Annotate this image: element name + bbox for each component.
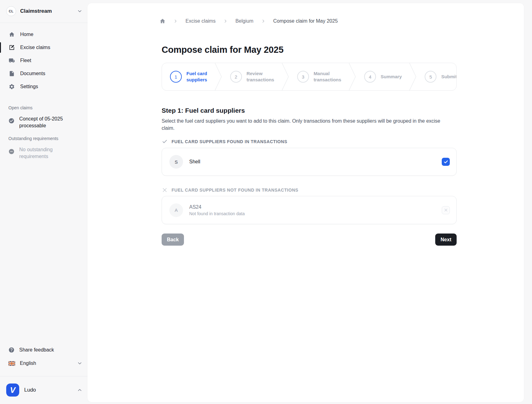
step-number: 5 [425,71,436,83]
uk-flag-icon [8,361,15,366]
supplier-row-as24: A AS24 Not found in transaction data [162,196,457,224]
supplier-checkbox-checked[interactable] [442,158,450,166]
suppliers-not-found-label: FUEL CARD SUPPLIERS NOT FOUND IN TRANSAC… [172,188,298,193]
open-claims-label: Open claims [8,105,33,110]
chevron-right-icon [173,19,178,24]
supplier-row-shell[interactable]: S Shell [162,148,457,176]
step-manual-transactions[interactable]: 3 Manual transactions [289,63,349,90]
chevron-down-icon [77,8,83,14]
step-fuel-card-suppliers[interactable]: 1 Fuel card suppliers [162,63,215,90]
suppliers-found-label: FUEL CARD SUPPLIERS FOUND IN TRANSACTION… [172,139,287,144]
step-separator-icon [215,63,222,90]
step-separator-icon [282,63,289,90]
workspace-switcher[interactable]: CL Claimstream [6,4,83,18]
sidebar-item-settings[interactable]: Settings [0,80,87,93]
breadcrumb: Excise claims Belgium Compose claim for … [159,18,338,24]
supplier-note: Not found in transaction data [189,211,442,216]
x-icon [162,187,168,193]
workspace-avatar: CL [6,6,16,16]
sidebar-divider-top [0,23,87,23]
language-label: English [20,361,72,366]
sidebar-nav: Home Excise claims Fleet Documents [0,28,87,93]
outstanding-requirements-label: Outstanding requirements [8,136,58,141]
workspace-name: Claimstream [20,8,73,14]
app-window: CL Claimstream Home Excise claims [0,0,532,404]
open-claim-item[interactable]: Concept of 05-2025 processable [8,116,83,129]
sidebar: CL Claimstream Home Excise claims [0,0,87,404]
step-separator-icon [409,63,417,90]
chevron-right-icon [261,19,266,24]
language-selector[interactable]: English [8,358,83,369]
sidebar-item-label: Fleet [20,58,31,63]
sidebar-item-label: Home [20,32,34,37]
sidebar-item-excise-claims[interactable]: Excise claims [0,41,87,54]
breadcrumb-belgium[interactable]: Belgium [235,18,253,24]
page-title: Compose claim for May 2025 [162,45,284,55]
no-outstanding-text: No outstanding requirements [19,146,83,160]
share-feedback-label: Share feedback [19,347,83,353]
help-circle-icon [8,347,15,353]
step-label: Review transactions [247,70,274,83]
user-logo: V [6,384,19,397]
sidebar-divider-bottom [0,376,87,376]
sidebar-item-documents[interactable]: Documents [0,67,87,80]
active-indicator [0,42,1,53]
step-summary[interactable]: 4 Summary [356,63,409,90]
check-circle-icon [8,118,15,124]
step-description: Select the fuel card suppliers you want … [162,117,453,132]
step-number: 2 [230,71,242,83]
back-button[interactable]: Back [162,234,184,246]
step-number: 4 [364,71,376,83]
wizard-actions: Back Next [162,234,457,246]
main-panel: Excise claims Belgium Compose claim for … [87,3,524,402]
suppliers-found-section-header: FUEL CARD SUPPLIERS FOUND IN TRANSACTION… [162,139,287,144]
gear-icon [9,84,15,90]
step-number: 3 [297,71,309,83]
check-icon [162,139,168,144]
supplier-name: Shell [189,159,442,165]
step-number: 1 [170,71,182,83]
sidebar-item-label: Documents [20,71,45,76]
step-label: Manual transactions [314,70,341,83]
step-submit[interactable]: 5 Submit [417,63,457,90]
user-name: Ludo [24,387,72,393]
avatar: S [169,155,183,169]
sidebar-item-label: Settings [20,84,38,89]
edit-square-icon [9,44,15,51]
step-separator-icon [349,63,356,90]
no-outstanding-item: No outstanding requirements [8,146,83,160]
suppliers-not-found-section-header: FUEL CARD SUPPLIERS NOT FOUND IN TRANSAC… [162,187,298,193]
user-menu[interactable]: V Ludo [6,383,83,397]
step-label: Fuel card suppliers [186,70,207,83]
step-heading: Step 1: Fuel card suppliers [162,107,245,114]
document-icon [9,70,15,77]
home-breadcrumb-icon[interactable] [159,18,166,24]
sidebar-item-home[interactable]: Home [0,28,87,41]
wizard-stepper: 1 Fuel card suppliers 2 Review transacti… [162,63,457,91]
step-label: Summary [381,74,402,80]
step-review-transactions[interactable]: 2 Review transactions [222,63,282,90]
chevron-down-icon [77,361,83,366]
home-icon [9,31,15,38]
chevron-right-icon [223,19,228,24]
breadcrumb-excise-claims[interactable]: Excise claims [186,18,216,24]
supplier-checkbox-disabled [442,206,450,214]
minus-circle-icon [8,148,15,155]
step-label: Submit [441,74,457,80]
avatar: A [169,203,183,217]
supplier-name: AS24 [189,204,442,210]
sidebar-item-fleet[interactable]: Fleet [0,54,87,67]
open-claim-title: Concept of 05-2025 processable [19,116,83,129]
truck-icon [9,57,15,64]
next-button[interactable]: Next [435,234,457,246]
breadcrumb-current: Compose claim for May 2025 [273,18,338,24]
chevron-up-icon [77,387,83,393]
share-feedback-button[interactable]: Share feedback [8,344,83,356]
sidebar-item-label: Excise claims [20,45,50,50]
